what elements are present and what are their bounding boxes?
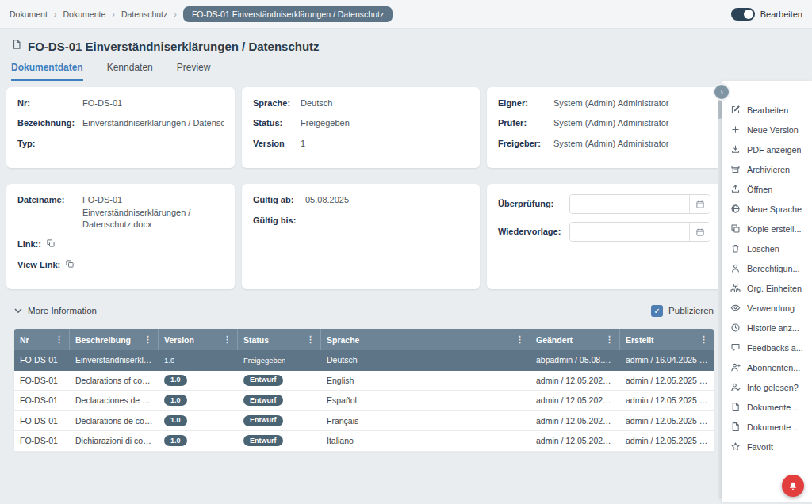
tab-bar: Dokumentdaten Kenndaten Preview: [0, 55, 812, 81]
status-value: Freigegeben: [243, 356, 285, 365]
notification-bell-button[interactable]: [782, 475, 804, 497]
field-label: Link::: [17, 239, 41, 250]
trash-icon: [730, 243, 741, 254]
version-value: 1.0: [164, 356, 174, 365]
column-header-sprache[interactable]: Sprache⋮: [321, 329, 530, 350]
chevron-right-icon: ›: [54, 10, 57, 19]
page-header: FO-DS-01 Einverständniserklärungen / Dat…: [0, 29, 812, 55]
field-value: System (Admin) Administrator: [553, 117, 668, 129]
toggle-knob: [744, 10, 753, 19]
sidebar-action-archivieren[interactable]: Archivieren: [722, 159, 812, 179]
table-header: Nr⋮ Beschreibung⋮ Version⋮ Status⋮ Sprac…: [14, 329, 714, 350]
tab-dokumentdaten[interactable]: Dokumentdaten: [11, 62, 83, 81]
publish-control: ✓ Publizieren: [651, 305, 714, 317]
sidebar-action-org-einheiten[interactable]: Org. Einheiten: [722, 278, 812, 298]
document-icon: [730, 422, 741, 432]
column-header-erstellt[interactable]: Erstellt⋮: [620, 329, 714, 350]
sidebar-collapse-button[interactable]: ›: [714, 85, 729, 99]
chat-icon: [730, 342, 741, 353]
card-validity-info: Gültig ab:05.08.2025 Gültig bis:: [242, 184, 480, 289]
field-value: Deutsch: [301, 97, 332, 109]
field-label: Gültig bis:: [253, 215, 301, 227]
version-badge: 1.0: [164, 375, 187, 386]
document-icon: [730, 402, 741, 412]
column-menu-icon[interactable]: ⋮: [306, 334, 315, 345]
archive-icon: [730, 164, 741, 174]
calendar-icon[interactable]: [689, 195, 710, 213]
upload-icon: [730, 184, 741, 194]
sidebar-action-berechtigungen[interactable]: Berechtigun...: [722, 258, 812, 278]
column-header-geaendert[interactable]: Geändert⋮: [530, 329, 620, 350]
sidebar-action-favorit[interactable]: Favorit: [722, 437, 812, 456]
ueberpruefung-input[interactable]: [570, 195, 689, 213]
card-file-info: Dateiname:FO-DS-01 Einverständniserkläru…: [6, 184, 235, 289]
sidebar-action-abonnenten[interactable]: Abonnenten...: [722, 357, 812, 377]
more-information-toggle[interactable]: More Information: [14, 306, 97, 315]
copy-link-icon[interactable]: [46, 239, 56, 250]
sidebar-action-neue-version[interactable]: Neue Version: [722, 120, 812, 139]
column-menu-icon[interactable]: ⋮: [223, 334, 232, 345]
plus-icon: [730, 124, 741, 135]
wiedervorlage-input[interactable]: [570, 223, 689, 241]
chevron-right-icon: ›: [112, 10, 115, 19]
calendar-icon[interactable]: [689, 223, 710, 241]
sidebar-action-kopie-erstellen[interactable]: Kopie erstell...: [722, 219, 812, 239]
history-icon: [730, 323, 741, 333]
field-label: Dateiname:: [17, 194, 78, 231]
field-value: System (Admin) Administrator: [553, 97, 668, 109]
sidebar-action-dokumente-1[interactable]: Dokumente ...: [722, 397, 812, 417]
column-header-version[interactable]: Version⋮: [159, 329, 238, 350]
edit-toggle[interactable]: [731, 8, 755, 21]
status-badge: Entwurf: [243, 375, 283, 386]
breadcrumb-item-datenschutz[interactable]: Datenschutz: [121, 10, 167, 19]
sidebar-action-historie[interactable]: Historie anz...: [722, 318, 812, 338]
breadcrumb-item-dokument[interactable]: Dokument: [10, 10, 48, 19]
tab-kenndaten[interactable]: Kenndaten: [107, 62, 153, 81]
sidebar-action-feedbacks[interactable]: Feedbacks a...: [722, 338, 812, 357]
column-header-nr[interactable]: Nr⋮: [14, 329, 70, 350]
column-menu-icon[interactable]: ⋮: [699, 334, 708, 345]
person-plus-icon: [730, 362, 741, 372]
column-menu-icon[interactable]: ⋮: [605, 334, 614, 345]
sidebar-action-verwendung[interactable]: Verwendung: [722, 298, 812, 318]
field-label: Freigeber:: [498, 138, 549, 150]
more-information-bar: More Information ✓ Publizieren: [14, 302, 714, 319]
table-row[interactable]: FO-DS-01 Dichiarazioni di conse... 1.0 E…: [14, 431, 714, 452]
sidebar-action-info-gelesen[interactable]: Info gelesen?: [722, 377, 812, 397]
sidebar-action-oeffnen[interactable]: Öffnen: [722, 179, 812, 199]
sidebar-action-dokumente-2[interactable]: Dokumente ...: [722, 417, 812, 437]
filename-value: FO-DS-01 Einverständniserklärungen / Dat…: [82, 194, 224, 231]
column-menu-icon[interactable]: ⋮: [515, 334, 524, 345]
version-badge: 1.0: [164, 435, 187, 446]
breadcrumb-item-dokumente[interactable]: Dokumente: [63, 10, 106, 19]
table-row[interactable]: FO-DS-01 Declarations of conse... 1.0 En…: [14, 371, 714, 391]
top-bar: Dokument › Dokumente › Datenschutz › FO-…: [0, 0, 812, 29]
sidebar-action-pdf-anzeigen[interactable]: PDF anzeigen: [722, 139, 812, 159]
tab-preview[interactable]: Preview: [177, 62, 211, 81]
field-value: 05.08.2025: [305, 194, 349, 206]
ueberpruefung-field: [569, 194, 710, 214]
publizieren-checkbox[interactable]: ✓: [651, 305, 663, 317]
card-grid: Nr:FO-DS-01 Bezeichnung:Einverständniser…: [6, 87, 714, 289]
status-badge: Entwurf: [243, 415, 283, 426]
page-title: FO-DS-01 Einverständniserklärungen / Dat…: [28, 40, 320, 53]
table-row[interactable]: FO-DS-01 Einverständniserkläru... 1.0 Fr…: [14, 350, 714, 371]
star-icon: [730, 441, 741, 452]
column-menu-icon[interactable]: ⋮: [144, 334, 152, 345]
column-menu-icon[interactable]: ⋮: [55, 334, 63, 345]
field-label: Überprüfung:: [498, 198, 565, 210]
eye-icon: [730, 303, 741, 313]
column-header-status[interactable]: Status⋮: [238, 329, 321, 350]
sidebar-action-bearbeiten[interactable]: Bearbeiten: [722, 100, 812, 120]
table-row[interactable]: FO-DS-01 Declaraciones de con... 1.0 Ent…: [14, 391, 714, 411]
field-label: Typ:: [17, 138, 78, 150]
table-row[interactable]: FO-DS-01 Déclarations de cons... 1.0 Ent…: [14, 411, 714, 432]
column-header-beschreibung[interactable]: Beschreibung⋮: [70, 329, 159, 350]
sidebar-action-loeschen[interactable]: Löschen: [722, 239, 812, 258]
edit-mode-control: Bearbeiten: [731, 8, 802, 21]
bell-icon: [787, 480, 799, 491]
main-area: Nr:FO-DS-01 Bezeichnung:Einverständniser…: [0, 81, 812, 502]
sidebar-action-neue-sprache[interactable]: Neue Sprache: [722, 199, 812, 219]
copy-view-link-icon[interactable]: [65, 259, 75, 271]
field-value: Freigegeben: [301, 117, 350, 129]
